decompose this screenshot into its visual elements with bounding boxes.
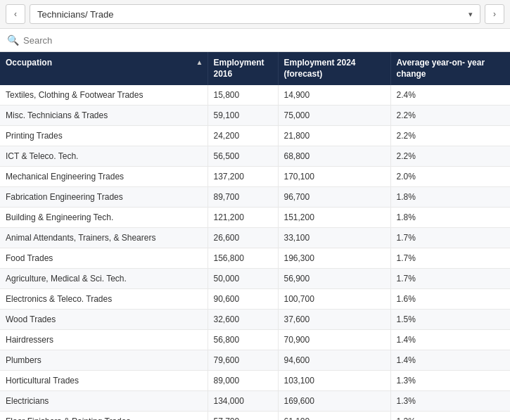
cell-occupation: Textiles, Clothing & Footwear Trades — [0, 85, 208, 106]
cell-occupation: Electricians — [0, 391, 208, 412]
cell-emp2024: 103,100 — [278, 371, 390, 391]
cell-emp2024: 70,900 — [278, 330, 390, 350]
cell-emp2024: 196,300 — [278, 248, 390, 269]
cell-emp2016: 26,600 — [208, 228, 278, 248]
cell-occupation: Building & Engineering Tech. — [0, 208, 208, 228]
dropdown-label: Technicians/ Trade — [37, 9, 113, 20]
table-row: ICT & Teleco. Tech.56,50068,8002.2% — [0, 146, 510, 167]
col-header-avg-change: Average year-on- year change — [390, 52, 510, 85]
cell-emp2016: 121,200 — [208, 208, 278, 228]
cell-occupation: Printing Trades — [0, 126, 208, 146]
cell-emp2016: 137,200 — [208, 167, 278, 187]
data-table: Occupation ▲ Employment 2016 Employment … — [0, 52, 510, 420]
cell-occupation: Electronics & Teleco. Trades — [0, 289, 208, 310]
cell-emp2024: 96,700 — [278, 187, 390, 208]
table-row: Printing Trades24,20021,8002.2% — [0, 126, 510, 146]
cell-emp2016: 56,500 — [208, 146, 278, 167]
cell-emp2016: 15,800 — [208, 85, 278, 106]
cell-emp2024: 21,800 — [278, 126, 390, 146]
cell-emp2016: 89,000 — [208, 371, 278, 391]
cell-occupation: Animal Attendants, Trainers, & Shearers — [0, 228, 208, 248]
next-button[interactable]: › — [485, 4, 504, 24]
cell-emp2024: 151,200 — [278, 208, 390, 228]
cell-avg-change: 1.3% — [390, 412, 510, 420]
cell-emp2024: 56,900 — [278, 269, 390, 289]
cell-avg-change: 2.2% — [390, 106, 510, 126]
cell-occupation: ICT & Teleco. Tech. — [0, 146, 208, 167]
cell-emp2024: 33,100 — [278, 228, 390, 248]
cell-emp2016: 32,600 — [208, 310, 278, 330]
cell-occupation: Food Trades — [0, 248, 208, 269]
cell-emp2016: 57,700 — [208, 412, 278, 420]
cell-emp2024: 37,600 — [278, 310, 390, 330]
table-row: Mechanical Engineering Trades137,200170,… — [0, 167, 510, 187]
prev-button[interactable]: ‹ — [6, 4, 25, 24]
table-body: Textiles, Clothing & Footwear Trades15,8… — [0, 85, 510, 420]
table-row: Electronics & Teleco. Trades90,600100,70… — [0, 289, 510, 310]
cell-emp2016: 89,700 — [208, 187, 278, 208]
dropdown-arrow-icon: ▾ — [468, 10, 473, 19]
table-row: Food Trades156,800196,3001.7% — [0, 248, 510, 269]
cell-occupation: Hairdressers — [0, 330, 208, 350]
table-row: Animal Attendants, Trainers, & Shearers2… — [0, 228, 510, 248]
col-header-emp2016: Employment 2016 — [208, 52, 278, 85]
cell-avg-change: 2.2% — [390, 126, 510, 146]
cell-avg-change: 1.3% — [390, 391, 510, 412]
cell-occupation: Agriculture, Medical & Sci. Tech. — [0, 269, 208, 289]
col-header-emp2024-label: Employment 2024 (forecast) — [284, 58, 356, 79]
cell-occupation: Fabrication Engineering Trades — [0, 187, 208, 208]
cell-avg-change: 2.4% — [390, 85, 510, 106]
search-icon: 🔍 — [7, 34, 19, 46]
cell-emp2016: 50,000 — [208, 269, 278, 289]
table-row: Electricians134,000169,6001.3% — [0, 391, 510, 412]
cell-emp2024: 61,100 — [278, 412, 390, 420]
cell-avg-change: 1.5% — [390, 310, 510, 330]
prev-icon: ‹ — [14, 9, 17, 19]
table-row: Building & Engineering Tech.121,200151,2… — [0, 208, 510, 228]
cell-occupation: Plumbers — [0, 350, 208, 371]
search-input[interactable] — [23, 35, 503, 46]
category-dropdown[interactable]: Technicians/ Trade ▾ — [30, 4, 480, 24]
table-header-row: Occupation ▲ Employment 2016 Employment … — [0, 52, 510, 85]
col-header-occupation-label: Occupation — [6, 58, 52, 68]
cell-emp2016: 90,600 — [208, 289, 278, 310]
sort-arrow-icon: ▲ — [196, 58, 203, 67]
cell-avg-change: 2.0% — [390, 167, 510, 187]
cell-emp2024: 75,000 — [278, 106, 390, 126]
cell-occupation: Horticultural Trades — [0, 371, 208, 391]
col-header-emp2016-label: Employment 2016 — [214, 58, 264, 79]
table-row: Fabrication Engineering Trades89,70096,7… — [0, 187, 510, 208]
cell-avg-change: 1.4% — [390, 350, 510, 371]
cell-avg-change: 1.4% — [390, 330, 510, 350]
cell-avg-change: 1.7% — [390, 269, 510, 289]
cell-occupation: Mechanical Engineering Trades — [0, 167, 208, 187]
cell-emp2024: 169,600 — [278, 391, 390, 412]
cell-emp2016: 24,200 — [208, 126, 278, 146]
cell-emp2024: 100,700 — [278, 289, 390, 310]
table-row: Misc. Technicians & Trades59,10075,0002.… — [0, 106, 510, 126]
table-row: Hairdressers56,80070,9001.4% — [0, 330, 510, 350]
cell-avg-change: 1.7% — [390, 228, 510, 248]
cell-emp2024: 68,800 — [278, 146, 390, 167]
table-row: Plumbers79,60094,6001.4% — [0, 350, 510, 371]
cell-avg-change: 1.6% — [390, 289, 510, 310]
cell-emp2016: 56,800 — [208, 330, 278, 350]
cell-avg-change: 1.7% — [390, 248, 510, 269]
col-header-avg-change-label: Average year-on- year change — [397, 58, 485, 79]
col-header-occupation[interactable]: Occupation ▲ — [0, 52, 208, 85]
table-row: Agriculture, Medical & Sci. Tech.50,0005… — [0, 269, 510, 289]
cell-occupation: Floor Finishers & Painting Trades — [0, 412, 208, 420]
search-bar: 🔍 — [0, 29, 510, 52]
top-navigation: ‹ Technicians/ Trade ▾ › — [0, 0, 510, 29]
cell-avg-change: 1.8% — [390, 208, 510, 228]
table-row: Wood Trades32,60037,6001.5% — [0, 310, 510, 330]
next-icon: › — [493, 9, 496, 19]
col-header-emp2024: Employment 2024 (forecast) — [278, 52, 390, 85]
cell-occupation: Wood Trades — [0, 310, 208, 330]
cell-emp2016: 134,000 — [208, 391, 278, 412]
cell-emp2024: 94,600 — [278, 350, 390, 371]
cell-occupation: Misc. Technicians & Trades — [0, 106, 208, 126]
cell-emp2016: 59,100 — [208, 106, 278, 126]
table-row: Textiles, Clothing & Footwear Trades15,8… — [0, 85, 510, 106]
cell-emp2016: 79,600 — [208, 350, 278, 371]
